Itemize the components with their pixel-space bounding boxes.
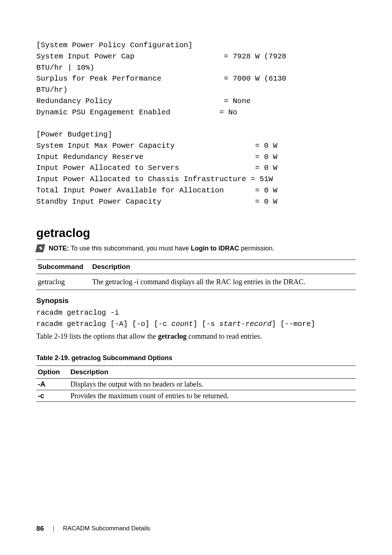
body-pre: Table 2-19 lists the options that allow … [36, 332, 158, 340]
synopsis-line-1: racadm getraclog -i [36, 309, 356, 317]
syn-p2: ] [-s [193, 320, 219, 328]
note-label: NOTE: [49, 245, 69, 252]
option-cell: -A [36, 379, 69, 390]
syn-p3: ] [--more] [271, 320, 315, 328]
option-desc-cell: Provides the maximum count of entries to… [69, 390, 356, 402]
body-post: command to read entries. [187, 332, 262, 340]
subcommand-header: Subcommand [36, 260, 91, 274]
page-number: 86 [36, 525, 44, 532]
footer-separator: | [53, 525, 54, 532]
options-table: Option Description -A Displays the outpu… [36, 366, 356, 402]
option-header: Option [36, 366, 69, 379]
note-text-post: permission. [239, 245, 274, 252]
code-block: [System Power Policy Configuration] Syst… [36, 40, 356, 207]
note-text-pre: To use this subcommand, you must have [69, 245, 191, 252]
note-text: NOTE: To use this subcommand, you must h… [49, 245, 274, 252]
option-cell: -c [36, 390, 69, 402]
synopsis-heading: Synopsis [36, 297, 356, 305]
syn-p1: racadm getraclog [-A] [-o] [-c [36, 320, 171, 328]
syn-i2: start-record [219, 320, 271, 328]
table-row: getraclog The getraclog -i command displ… [36, 274, 356, 290]
note-text-bold: Login to iDRAC [191, 245, 239, 252]
option-desc-cell: Displays the output with no headers or l… [69, 379, 356, 390]
options-table-caption: Table 2-19. getraclog Subcommand Options [36, 354, 356, 362]
note-icon: ✎ [35, 244, 45, 252]
page-footer: 86 | RACADM Subcommand Details [36, 525, 150, 532]
section-title: getraclog [36, 226, 356, 240]
body-bold: getraclog [158, 332, 187, 340]
footer-section: RACADM Subcommand Details [63, 525, 150, 532]
description-cell: The getraclog -i command displays all th… [91, 274, 356, 290]
syn-i1: count [171, 320, 193, 328]
table-row: -c Provides the maximum count of entries… [36, 390, 356, 402]
subcommand-table: Subcommand Description getraclog The get… [36, 260, 356, 290]
subcommand-cell: getraclog [36, 274, 91, 290]
description-header: Description [91, 260, 356, 274]
table-row: -A Displays the output with no headers o… [36, 379, 356, 390]
synopsis-line-2: racadm getraclog [-A] [-o] [-c count] [-… [36, 320, 356, 328]
option-desc-header: Description [69, 366, 356, 379]
note-row: ✎ NOTE: To use this subcommand, you must… [36, 244, 356, 252]
body-text: Table 2-19 lists the options that allow … [36, 331, 356, 341]
